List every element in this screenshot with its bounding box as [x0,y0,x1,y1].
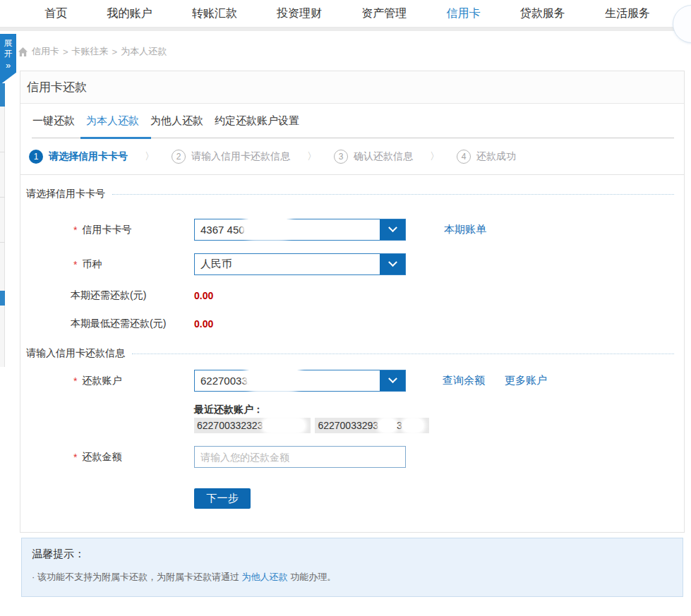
chevron-down-icon [388,258,397,267]
tab-repay-for-self[interactable]: 为本人还款 [86,114,139,128]
notice-bullet: · [32,572,35,582]
expand-arrows-icon: » [0,60,16,71]
recent-account-number: 62270033293 [318,420,378,431]
section-title: 请选择信用卡卡号 [26,188,105,200]
recent-account-chip[interactable]: 622700332323 [194,418,311,433]
sidebar-strip-active-segment [0,291,5,306]
nav-item-transfer[interactable]: 转账汇款 [192,6,237,21]
step-1-label: 请选择信用卡卡号 [49,150,128,163]
sidebar-strip-divider [0,242,5,243]
card-number-label: * 信用卡卡号 [26,224,194,236]
chevron-down-icon [388,374,397,383]
step-separator-icon: 〉 [145,150,155,163]
more-accounts-link[interactable]: 更多账户 [505,374,547,387]
required-marker: * [73,375,77,387]
nav-item-asset-management[interactable]: 资产管理 [361,6,407,21]
breadcrumb-card-transactions[interactable]: 卡账往来 [72,45,109,58]
current-due-label-text: 本期还需还款(元) [71,289,146,302]
step-separator-icon: 〉 [307,150,317,163]
repayment-amount-label-text: 还款金额 [82,451,121,464]
recent-account-number: 622700332323 [197,420,263,431]
breadcrumb-separator: > [112,47,118,57]
breadcrumb-separator: > [63,47,68,57]
nav-item-home[interactable]: 首页 [44,6,67,21]
nav-item-credit-card[interactable]: 信用卡 [446,6,480,21]
minimum-due-row: 本期最低还需还款(元) 0.00 [26,318,674,330]
sidebar-expand-tab[interactable]: 展 开 » [0,34,16,85]
nav-item-life-services[interactable]: 生活服务 [605,6,650,21]
repayment-account-value: 6227003323230 [195,370,380,391]
recent-accounts-list: 622700332323 62270033293 3 [194,418,674,433]
repayment-account-dropdown-button[interactable] [380,370,405,391]
repay-for-others-link[interactable]: 为他人还款 [242,572,288,582]
currency-row: * 币种 人民币 [26,253,674,275]
currency-label: * 币种 [26,258,194,271]
section-select-card-number: 请选择信用卡卡号 [26,188,674,200]
nav-item-investment[interactable]: 投资理财 [277,6,322,21]
notice-box: 温馨提示： · 该功能不支持为附属卡还款，为附属卡还款请通过 为他人还款 功能办… [21,538,683,597]
nav-item-loan-services[interactable]: 贷款服务 [520,6,565,21]
current-bill-link[interactable]: 本期账单 [444,223,486,236]
step-3-confirm-info: 3 确认还款信息 [334,150,413,164]
active-tab-underline [80,137,151,139]
current-due-label: 本期还需还款(元) [26,289,194,302]
repayment-account-select[interactable]: 6227003323230 [194,370,406,392]
current-due-row: 本期还需还款(元) 0.00 [26,289,674,302]
card-number-dropdown-button[interactable] [380,219,405,240]
card-number-select[interactable]: 4367 450* *** [194,219,406,241]
next-step-button[interactable]: 下一步 [194,488,251,509]
breadcrumb-credit-card[interactable]: 信用卡 [32,45,59,58]
section-dotted-line [132,354,674,354]
breadcrumb: 信用卡 > 卡账往来 > 为本人还款 [18,45,167,58]
repayment-amount-input[interactable] [194,446,406,468]
nav-item-my-account[interactable]: 我的账户 [107,6,152,21]
step-4-success: 4 还款成功 [457,150,516,164]
repayment-amount-label: * 还款金额 [26,451,194,464]
notice-title: 温馨提示： [32,548,683,561]
redaction-smudge [402,418,423,433]
redaction-smudge [263,418,305,433]
required-marker: * [73,259,77,270]
card-number-value: 4367 450* *** [195,219,380,240]
repayment-account-row: * 还款账户 6227003323230 查询余额 更多账户 [26,370,674,392]
repayment-account-label-text: 还款账户 [82,375,121,387]
currency-text: 人民币 [200,258,232,271]
recent-account-chip[interactable]: 62270033293 3 [315,418,428,433]
sidebar-strip-divider [0,197,5,198]
currency-value: 人民币 [195,254,380,274]
page-title: 信用卡还款 [20,71,684,104]
chevron-down-icon [388,223,397,232]
collapsed-sidebar-strip[interactable] [0,83,5,367]
notice-text-before: 该功能不支持为附属卡还款，为附属卡还款请通过 [37,572,242,582]
currency-label-text: 币种 [82,258,102,271]
step-1-select-card: 1 请选择信用卡卡号 [29,150,128,164]
tab-repay-for-others[interactable]: 为他人还款 [150,114,203,128]
step-4-number: 4 [457,150,471,164]
sidebar-strip-divider [0,152,5,152]
tab-one-click-repayment[interactable]: 一键还款 [32,114,75,128]
card-number-label-text: 信用卡卡号 [82,224,131,236]
sidebar-strip-active-segment [0,83,5,107]
tab-agreed-repayment-account-settings[interactable]: 约定还款账户设置 [215,114,299,128]
step-indicator: 1 请选择信用卡卡号 〉 2 请输入信用卡还款信息 〉 3 确认还款信息 〉 4… [20,138,684,175]
required-marker: * [73,452,77,463]
current-due-value: 0.00 [194,290,213,301]
redaction-smudge [247,365,299,390]
recent-account-number-suffix: 3 [397,420,402,431]
currency-dropdown-button[interactable] [380,254,405,274]
minimum-due-label: 本期最低还需还款(元) [26,318,194,330]
repayment-form: 请选择信用卡卡号 * 信用卡卡号 4367 450* *** 本期账单 * [20,175,684,509]
check-balance-link[interactable]: 查询余额 [443,374,485,387]
expand-label: 展 [4,38,13,48]
card-number-row: * 信用卡卡号 4367 450* *** 本期账单 [26,219,674,241]
top-navigation: 首页 我的账户 转账汇款 投资理财 资产管理 信用卡 贷款服务 生活服务 [0,0,691,28]
redaction-smudge [244,217,291,238]
required-marker: * [73,224,77,236]
step-separator-icon: 〉 [430,150,440,163]
step-3-number: 3 [334,150,348,164]
nav-divider-bar [0,28,691,31]
currency-select[interactable]: 人民币 [194,253,406,275]
step-3-label: 确认还款信息 [354,150,413,163]
section-enter-repayment-info: 请输入信用卡还款信息 [26,347,674,360]
step-2-label: 请输入信用卡还款信息 [191,150,290,163]
